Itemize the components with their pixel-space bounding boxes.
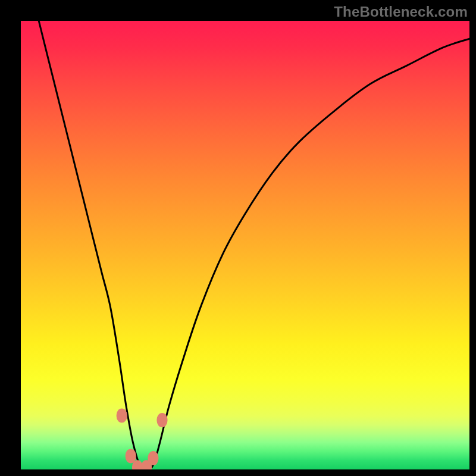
curve-marker	[157, 413, 168, 427]
curve-marker	[148, 451, 158, 465]
curve-marker	[117, 409, 127, 423]
chart-svg	[21, 21, 469, 469]
curve-marker	[126, 449, 136, 463]
curve-markers	[117, 409, 168, 470]
watermark-text: TheBottleneck.com	[334, 4, 468, 20]
bottleneck-curve	[39, 21, 469, 469]
plot-area	[21, 21, 469, 469]
outer-frame: TheBottleneck.com	[0, 0, 476, 476]
